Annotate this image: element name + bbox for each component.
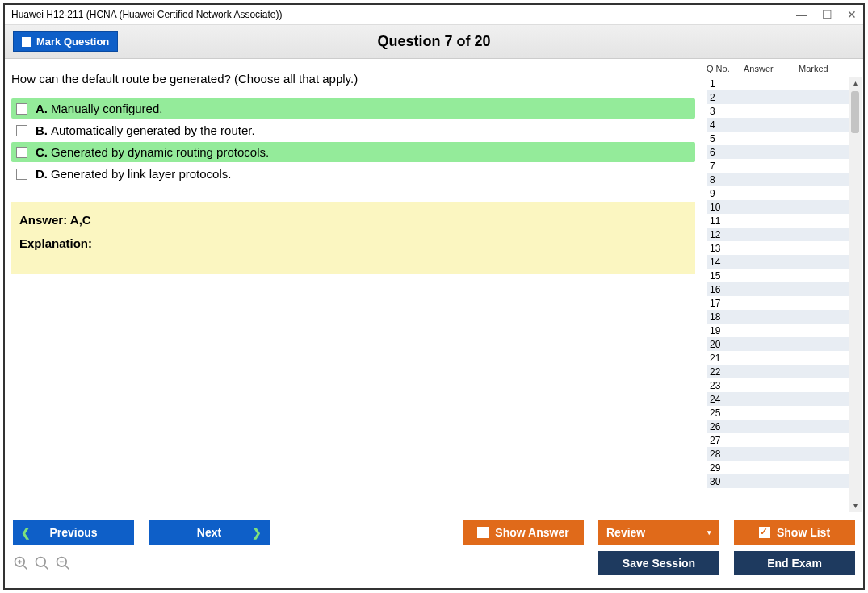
end-exam-button[interactable]: End Exam <box>734 551 855 575</box>
table-row[interactable]: 17 <box>707 296 849 310</box>
minimize-icon[interactable]: — <box>796 8 807 21</box>
next-button[interactable]: Next ❯ <box>149 520 270 545</box>
chevron-left-icon: ❮ <box>21 526 31 539</box>
close-icon[interactable]: ✕ <box>847 8 857 21</box>
table-row[interactable]: 8 <box>707 173 849 186</box>
table-row[interactable]: 11 <box>707 214 849 228</box>
app-window: Huawei H12-211 (HCNA (Huawei Certified N… <box>3 3 865 590</box>
col-marked: Marked <box>799 64 862 73</box>
review-button[interactable]: Review ▾ <box>598 520 719 545</box>
table-row[interactable]: 25 <box>707 406 849 420</box>
table-row[interactable]: 28 <box>707 447 849 461</box>
table-row[interactable]: 4 <box>707 118 849 132</box>
qrow-number: 3 <box>710 106 747 117</box>
table-row[interactable]: 3 <box>707 104 849 118</box>
answer-box: Answer: A,C Explanation: <box>11 202 695 274</box>
qrow-number: 28 <box>710 449 747 460</box>
save-session-button[interactable]: Save Session <box>598 551 719 575</box>
end-exam-label: End Exam <box>767 557 822 570</box>
col-qno: Q No. <box>707 64 744 73</box>
show-list-button[interactable]: Show List <box>734 520 855 545</box>
question-text: How can the default route be generated? … <box>11 72 695 86</box>
svg-line-7 <box>65 566 69 570</box>
previous-button[interactable]: ❮ Previous <box>13 520 134 545</box>
checkbox-icon[interactable] <box>16 125 27 136</box>
zoom-in-icon[interactable] <box>13 555 29 571</box>
table-row[interactable]: 14 <box>707 255 849 269</box>
show-answer-button[interactable]: Show Answer <box>463 520 584 545</box>
table-row[interactable]: 18 <box>707 310 849 324</box>
table-row[interactable]: 13 <box>707 241 849 255</box>
window-title: Huawei H12-211 (HCNA (Huawei Certified N… <box>11 9 282 20</box>
checkbox-icon[interactable] <box>16 103 27 115</box>
qrow-number: 30 <box>710 476 747 487</box>
qrow-number: 19 <box>710 325 747 336</box>
svg-line-1 <box>23 566 27 570</box>
table-row[interactable]: 12 <box>707 228 849 241</box>
option-letter: B. <box>36 123 48 137</box>
option-row[interactable]: D. Generated by link layer protocols. <box>11 164 695 184</box>
previous-label: Previous <box>49 526 97 539</box>
table-row[interactable]: 26 <box>707 420 849 433</box>
qrow-number: 24 <box>710 394 747 405</box>
option-row[interactable]: A. Manually configured. <box>11 98 695 119</box>
table-row[interactable]: 20 <box>707 337 849 351</box>
question-list: 1234567891011121314151617181920212223242… <box>707 77 862 512</box>
qrow-number: 22 <box>710 366 747 378</box>
maximize-icon[interactable]: ☐ <box>822 8 832 21</box>
qrow-number: 11 <box>710 215 747 227</box>
qrow-number: 25 <box>710 407 747 419</box>
table-row[interactable]: 6 <box>707 145 849 159</box>
checkbox-icon <box>477 527 489 538</box>
option-row[interactable]: B. Automatically generated by the router… <box>11 120 695 140</box>
table-row[interactable]: 21 <box>707 351 849 365</box>
checkbox-icon <box>22 37 31 47</box>
answer-value: A,C <box>70 213 91 227</box>
table-row[interactable]: 30 <box>707 474 849 488</box>
checkbox-icon[interactable] <box>16 147 27 158</box>
body: How can the default route be generated? … <box>5 59 863 512</box>
next-label: Next <box>197 526 221 539</box>
qrow-number: 6 <box>710 147 747 158</box>
table-row[interactable]: 5 <box>707 132 849 145</box>
table-row[interactable]: 27 <box>707 433 849 447</box>
table-row[interactable]: 29 <box>707 461 849 474</box>
qrow-number: 5 <box>710 133 747 144</box>
table-row[interactable]: 2 <box>707 90 849 104</box>
table-row[interactable]: 16 <box>707 282 849 296</box>
question-counter: Question 7 of 20 <box>377 33 490 50</box>
scroll-thumb[interactable] <box>851 91 859 133</box>
table-row[interactable]: 10 <box>707 200 849 214</box>
qrow-number: 4 <box>710 119 747 131</box>
option-letter: D. <box>36 167 48 181</box>
qrow-number: 12 <box>710 229 747 240</box>
scroll-up-icon[interactable]: ▴ <box>853 77 858 90</box>
mark-question-button[interactable]: Mark Question <box>13 31 118 52</box>
option-row[interactable]: C. Generated by dynamic routing protocol… <box>11 142 695 162</box>
table-row[interactable]: 23 <box>707 378 849 392</box>
zoom-icon[interactable] <box>34 555 50 571</box>
table-row[interactable]: 19 <box>707 324 849 337</box>
scroll-down-icon[interactable]: ▾ <box>853 499 858 512</box>
qrow-number: 17 <box>710 298 747 309</box>
mark-question-label: Mark Question <box>36 35 109 48</box>
table-row[interactable]: 7 <box>707 159 849 173</box>
answer-label: Answer: <box>19 213 70 227</box>
qrow-number: 29 <box>710 462 747 474</box>
review-label: Review <box>606 526 645 539</box>
table-row[interactable]: 15 <box>707 269 849 282</box>
checkbox-icon[interactable] <box>16 169 27 180</box>
table-row[interactable]: 24 <box>707 392 849 406</box>
show-list-label: Show List <box>777 526 830 539</box>
option-text: Automatically generated by the router. <box>51 123 255 137</box>
zoom-out-icon[interactable] <box>55 555 71 571</box>
table-row[interactable]: 9 <box>707 186 849 200</box>
qrow-number: 8 <box>710 174 747 186</box>
table-row[interactable]: 1 <box>707 77 849 90</box>
table-row[interactable]: 22 <box>707 365 849 378</box>
qrow-number: 9 <box>710 188 747 199</box>
scrollbar[interactable]: ▴ ▾ <box>849 77 862 512</box>
qrow-number: 26 <box>710 421 747 432</box>
checkbox-checked-icon <box>759 527 770 538</box>
qrow-number: 1 <box>710 78 747 90</box>
